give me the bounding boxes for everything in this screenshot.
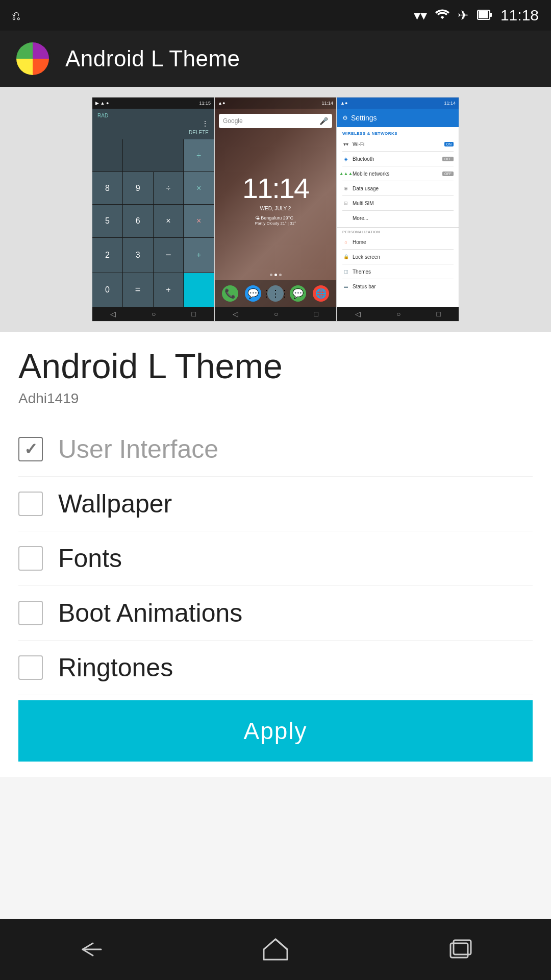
checkbox-label-wallpaper: Wallpaper (58, 489, 172, 519)
screenshot-homescreen: ▲● 11:14 Google 🎤 11:14 WED, JULY 2 🌤 Be… (214, 97, 337, 322)
theme-title: Android L Theme (18, 347, 533, 385)
status-bar-right: ▾▾ ✈ 11:18 (414, 7, 539, 24)
apply-button-container: Apply (18, 700, 533, 762)
checkbox-item-boot-animations[interactable]: Boot Animations (18, 586, 533, 641)
checkbox-item-ui[interactable]: ✓ User Interface (18, 422, 533, 477)
bottom-nav (0, 919, 551, 980)
checkbox-label-boot-animations: Boot Animations (58, 598, 242, 628)
screenshot-calculator: ▶ ▲ ● 11:15 RAD ⋮ DELETE ÷ 8 9 ÷ × 5 6 ×… (92, 97, 214, 322)
back-button[interactable] (71, 934, 112, 965)
svg-rect-1 (479, 11, 488, 18)
checkbox-label-ui: User Interface (58, 434, 218, 464)
svg-rect-2 (490, 13, 492, 17)
checkbox-item-fonts[interactable]: Fonts (18, 531, 533, 586)
battery-icon (477, 7, 492, 24)
checkbox-item-wallpaper[interactable]: Wallpaper (18, 477, 533, 531)
checkbox-label-ringtones: Ringtones (58, 653, 173, 682)
time-display: 11:18 (500, 7, 539, 24)
checkbox-item-ringtones[interactable]: Ringtones (18, 641, 533, 695)
apply-button[interactable]: Apply (18, 700, 533, 762)
checkbox-label-fonts: Fonts (58, 544, 122, 573)
main-content: Android L Theme Adhi1419 ✓ User Interfac… (0, 332, 551, 777)
wifi-signal-icon (435, 7, 449, 24)
checkbox-wallpaper[interactable] (18, 492, 43, 516)
checkbox-boot-animations[interactable] (18, 601, 43, 625)
checkbox-ringtones[interactable] (18, 655, 43, 680)
wifi-icon: ▾▾ (414, 8, 427, 23)
theme-author: Adhi1419 (18, 390, 533, 407)
airplane-icon: ✈ (458, 8, 469, 23)
status-bar-left: ⎌ (12, 8, 20, 23)
usb-icon: ⎌ (12, 8, 20, 23)
home-button[interactable] (255, 934, 296, 965)
checkbox-ui[interactable]: ✓ (18, 437, 43, 461)
screenshots-container: ▶ ▲ ● 11:15 RAD ⋮ DELETE ÷ 8 9 ÷ × 5 6 ×… (0, 87, 551, 332)
status-bar: ⎌ ▾▾ ✈ 11:18 (0, 0, 551, 31)
app-logo (14, 40, 51, 77)
checkmark-ui: ✓ (24, 439, 38, 459)
screenshot-settings: ▲● 11:14 ⚙ Settings WIRELESS & NETWORKS … (337, 97, 459, 322)
recents-button[interactable] (439, 934, 480, 965)
app-bar: Android L Theme (0, 31, 551, 87)
app-bar-title: Android L Theme (65, 46, 240, 71)
checkbox-fonts[interactable] (18, 546, 43, 571)
